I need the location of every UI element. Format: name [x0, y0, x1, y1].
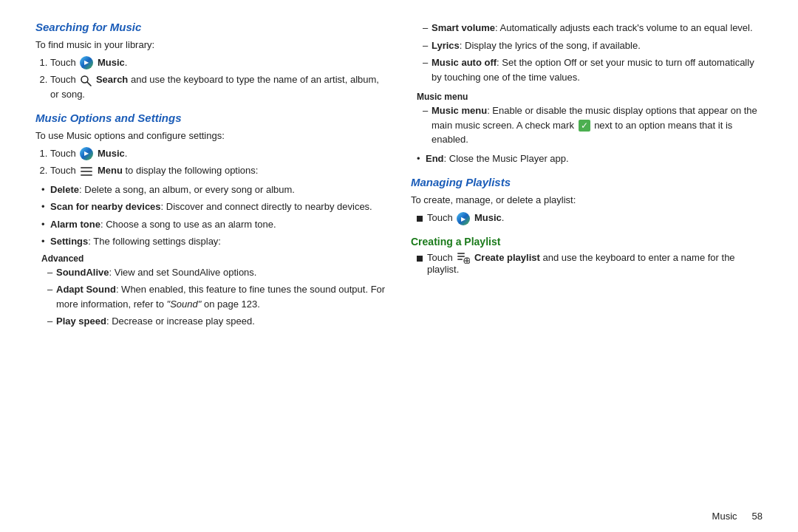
creating-heading: Creating a Playlist: [411, 236, 763, 248]
options-bullets: Delete: Delete a song, an album, or ever…: [41, 183, 387, 249]
music-label-1: Music: [98, 57, 125, 68]
options-section: Music Options and Settings To use Music …: [35, 112, 387, 329]
bullet-scan: Scan for nearby devices: Discover and co…: [41, 200, 387, 214]
managing-step: Touch Music.: [417, 212, 763, 225]
left-column: Searching for Music To find music in you…: [35, 21, 387, 517]
dash-adaptsound: Adapt Sound: When enabled, this feature …: [47, 282, 387, 311]
creating-step-text: Touch Create playlist and use the keyboa…: [427, 252, 763, 276]
options-heading: Music Options and Settings: [35, 112, 387, 124]
svg-rect-6: [457, 256, 465, 257]
square-bullet-icon-2: [417, 256, 423, 262]
bullet-end: End: Close the Music Player app.: [417, 151, 763, 166]
managing-heading: Managing Playlists: [411, 176, 763, 188]
page-footer: Music 58: [712, 511, 763, 522]
searching-step-1: Touch Music.: [50, 55, 387, 70]
searching-step-2: Touch Search and use the keyboard to typ…: [50, 72, 387, 101]
options-intro: To use Music options and configure setti…: [35, 129, 387, 143]
dash-playspeed: Play speed: Decrease or increase play sp…: [47, 314, 387, 329]
dash-musicautooff: Music auto off: Set the option Off or se…: [423, 55, 763, 84]
svg-rect-4: [81, 174, 92, 176]
menu-icon: [80, 166, 93, 177]
options-steps: Touch Music. Touch Menu to display the: [50, 146, 387, 178]
searching-intro: To find music in your library:: [35, 38, 387, 52]
searching-steps: Touch Music. Touch Search and use the ke…: [50, 55, 387, 102]
square-bullet-icon: [417, 216, 423, 222]
page-content: Searching for Music To find music in you…: [0, 0, 798, 532]
music-icon-1: [80, 56, 93, 69]
check-icon: [579, 120, 590, 132]
music-icon-2: [80, 147, 93, 160]
settings-dashes: Smart volume: Automatically adjusts each…: [423, 21, 763, 84]
managing-step-text: Touch Music.: [427, 212, 504, 225]
dash-musicmenu: Music menu: Enable or disable the music …: [423, 103, 763, 147]
svg-rect-5: [457, 253, 465, 254]
searching-section: Searching for Music To find music in you…: [35, 21, 387, 101]
music-label-2: Music: [98, 148, 125, 159]
menu-label: Menu: [98, 165, 123, 176]
creating-step: Touch Create playlist and use the keyboa…: [417, 252, 763, 276]
dash-soundalive: SoundAlive: View and set SoundAlive opti…: [47, 265, 387, 280]
bullet-settings: Settings: The following settings display…: [41, 234, 387, 249]
music-menu-label: Music menu: [417, 92, 763, 102]
options-step-1: Touch Music.: [50, 146, 387, 161]
dash-lyrics: Lyrics: Display the lyrics of the song, …: [423, 38, 763, 53]
svg-rect-7: [457, 259, 463, 260]
managing-section: Managing Playlists To create, manage, or…: [411, 176, 763, 225]
search-label: Search: [96, 74, 128, 85]
footer-page: 58: [752, 511, 763, 522]
music-label-3: Music: [474, 212, 502, 223]
music-icon-3: [457, 212, 470, 225]
svg-rect-2: [81, 167, 92, 168]
managing-intro: To create, manage, or delete a playlist:: [411, 193, 763, 208]
create-playlist-label: Create playlist: [474, 252, 540, 263]
advanced-label: Advanced: [41, 253, 387, 264]
svg-rect-3: [81, 171, 92, 172]
advanced-dashes: SoundAlive: View and set SoundAlive opti…: [47, 265, 387, 329]
dash-smartvolume: Smart volume: Automatically adjusts each…: [423, 21, 763, 35]
music-menu-dashes: Music menu: Enable or disable the music …: [423, 103, 763, 147]
options-step-2: Touch Menu to display the following opti…: [50, 163, 387, 178]
bullet-delete: Delete: Delete a song, an album, or ever…: [41, 183, 387, 197]
creating-section: Creating a Playlist Touch: [411, 236, 763, 276]
create-playlist-icon: [457, 252, 470, 264]
search-icon: [80, 75, 92, 86]
svg-line-1: [87, 82, 91, 86]
bullet-alarm: Alarm tone: Choose a song to use as an a…: [41, 217, 387, 232]
searching-heading: Searching for Music: [35, 21, 387, 33]
footer-label: Music: [712, 511, 737, 522]
right-column: Smart volume: Automatically adjusts each…: [411, 21, 763, 517]
end-bullet-list: End: Close the Music Player app.: [417, 151, 763, 166]
